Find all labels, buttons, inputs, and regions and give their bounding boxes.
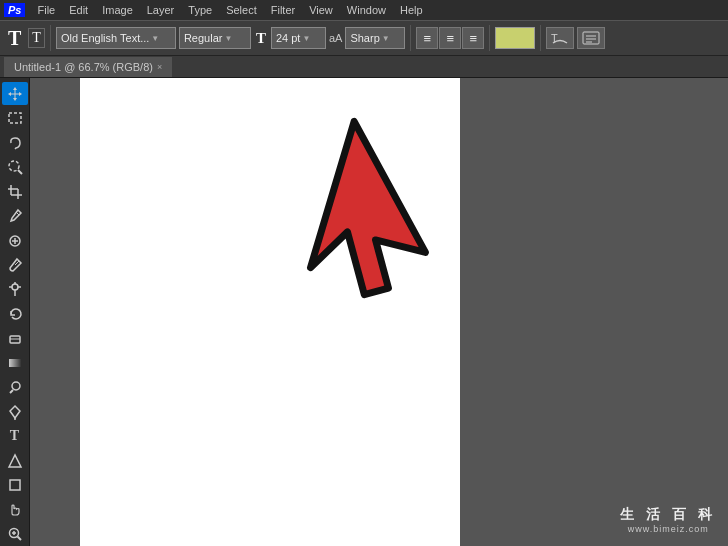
warp-text-button[interactable]: T	[546, 27, 574, 49]
eyedropper-icon	[7, 208, 23, 224]
align-left-button[interactable]: ≡	[416, 27, 438, 49]
history-tool[interactable]	[2, 302, 28, 325]
anti-alias-label: Sharp	[350, 32, 379, 44]
svg-rect-24	[9, 359, 21, 367]
svg-line-30	[17, 537, 21, 541]
menu-window[interactable]: Window	[341, 3, 392, 17]
clone-icon	[7, 281, 23, 297]
menu-help[interactable]: Help	[394, 3, 429, 17]
heal-icon	[7, 233, 23, 249]
shape-icon	[7, 477, 23, 493]
crop-tool[interactable]	[2, 180, 28, 203]
font-family-dropdown[interactable]: Old English Text... ▼	[56, 27, 176, 49]
move-icon	[7, 86, 23, 102]
gradient-tool[interactable]	[2, 351, 28, 374]
menu-layer[interactable]: Layer	[141, 3, 181, 17]
lasso-tool[interactable]	[2, 131, 28, 154]
watermark-line1: 生 活 百 科	[620, 506, 716, 524]
hand-icon	[7, 502, 23, 518]
text-tool[interactable]: T	[2, 425, 28, 448]
text-orientation-icon[interactable]: T	[28, 28, 45, 48]
svg-line-26	[10, 390, 13, 393]
aa-dropdown-arrow: ▼	[382, 34, 390, 43]
svg-rect-28	[10, 480, 20, 490]
history-icon	[7, 306, 23, 322]
pen-tool[interactable]	[2, 400, 28, 423]
clone-tool[interactable]	[2, 278, 28, 301]
path-select-tool[interactable]	[2, 449, 28, 472]
heal-tool[interactable]	[2, 229, 28, 252]
toolbar: T T Old English Text... ▼ Regular ▼ T 24…	[0, 20, 728, 56]
ps-logo: Ps	[4, 3, 25, 17]
align-right-button[interactable]: ≡	[462, 27, 484, 49]
font-name-label: Old English Text...	[61, 32, 149, 44]
dodge-icon	[7, 379, 23, 395]
font-size-icon: T	[254, 30, 268, 47]
warp-icon: T	[551, 31, 569, 45]
crop-icon	[7, 184, 23, 200]
menu-type[interactable]: Type	[182, 3, 218, 17]
style-dropdown-arrow: ▼	[224, 34, 232, 43]
svg-point-6	[9, 161, 19, 171]
sep4	[540, 25, 541, 51]
menu-edit[interactable]: Edit	[63, 3, 94, 17]
text-tool-label: T	[10, 428, 19, 444]
tab-title: Untitled-1 @ 66.7% (RGB/8)	[14, 61, 153, 73]
shape-tool[interactable]	[2, 474, 28, 497]
font-dropdown-arrow: ▼	[151, 34, 159, 43]
move-tool[interactable]	[2, 82, 28, 105]
gradient-icon	[7, 355, 23, 371]
font-size-dropdown[interactable]: 24 pt ▼	[271, 27, 326, 49]
size-dropdown-arrow: ▼	[302, 34, 310, 43]
rect-select-icon	[7, 110, 23, 126]
quick-select-tool[interactable]	[2, 155, 28, 178]
cursor-arrow	[270, 108, 490, 342]
quick-select-icon	[7, 159, 23, 175]
zoom-tool[interactable]	[2, 522, 28, 545]
lasso-icon	[7, 135, 23, 151]
hand-tool[interactable]	[2, 498, 28, 521]
sep3	[489, 25, 490, 51]
anti-alias-dropdown[interactable]: Sharp ▼	[345, 27, 405, 49]
aa-label: aA	[329, 32, 342, 44]
menu-image[interactable]: Image	[96, 3, 139, 17]
menu-file[interactable]: File	[31, 3, 61, 17]
font-style-label: Regular	[184, 32, 223, 44]
brush-icon	[7, 257, 23, 273]
align-center-button[interactable]: ≡	[439, 27, 461, 49]
watermark-line2: www.bimeiz.com	[620, 524, 716, 534]
rect-select-tool[interactable]	[2, 106, 28, 129]
svg-point-25	[12, 382, 20, 390]
watermark: 生 活 百 科 www.bimeiz.com	[620, 506, 716, 534]
eraser-icon	[7, 330, 23, 346]
char-panel-button[interactable]	[577, 27, 605, 49]
pen-icon	[7, 404, 23, 420]
tab-close-button[interactable]: ×	[157, 62, 162, 72]
path-select-icon	[7, 453, 23, 469]
svg-point-17	[12, 284, 18, 290]
tab-bar: Untitled-1 @ 66.7% (RGB/8) ×	[0, 56, 728, 78]
font-style-dropdown[interactable]: Regular ▼	[179, 27, 251, 49]
char-panel-icon	[582, 31, 600, 45]
menu-select[interactable]: Select	[220, 3, 263, 17]
tools-panel: T	[0, 78, 30, 546]
menu-view[interactable]: View	[303, 3, 339, 17]
font-size-label: 24 pt	[276, 32, 300, 44]
svg-line-7	[18, 170, 22, 174]
sep2	[410, 25, 411, 51]
menu-filter[interactable]: Filter	[265, 3, 301, 17]
brush-tool[interactable]	[2, 253, 28, 276]
eyedropper-tool[interactable]	[2, 204, 28, 227]
dodge-tool[interactable]	[2, 376, 28, 399]
zoom-icon	[7, 526, 23, 542]
text-tool-icon[interactable]: T	[4, 25, 25, 52]
sep1	[50, 25, 51, 51]
align-group: ≡ ≡ ≡	[416, 27, 484, 49]
document-tab[interactable]: Untitled-1 @ 66.7% (RGB/8) ×	[4, 57, 172, 77]
canvas-area: 生 活 百 科 www.bimeiz.com	[30, 78, 728, 546]
svg-line-12	[16, 212, 19, 215]
text-color-swatch[interactable]	[495, 27, 535, 49]
eraser-tool[interactable]	[2, 327, 28, 350]
main-area: T	[0, 78, 728, 546]
svg-rect-5	[9, 113, 21, 123]
